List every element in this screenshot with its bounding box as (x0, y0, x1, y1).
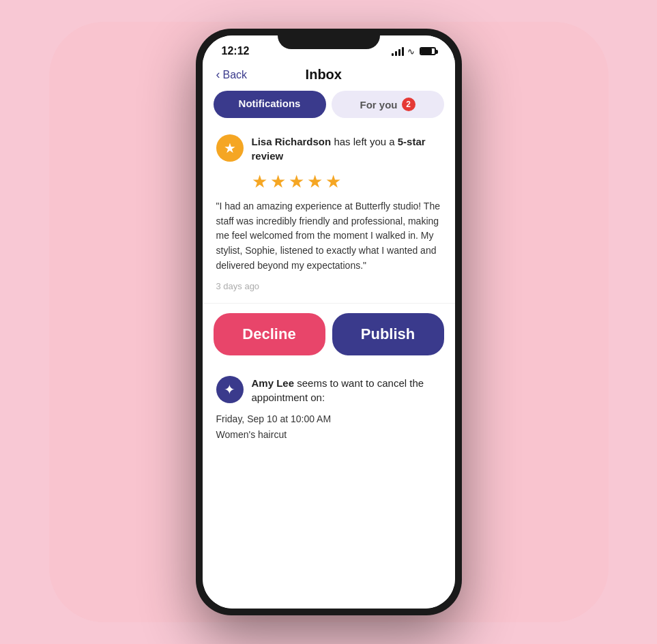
back-button[interactable]: ‹ Back (216, 68, 248, 82)
notif-title: Amy Lee seems to want to cancel the appo… (252, 376, 441, 405)
tab-notifications[interactable]: Notifications (214, 91, 326, 118)
star-circle-icon: ★ (224, 140, 236, 156)
screen-content: ★ Lisa Richardson has left you a 5-star … (203, 123, 455, 609)
review-header: ★ Lisa Richardson has left you a 5-star … (216, 134, 441, 163)
status-time: 12:12 (222, 45, 250, 57)
notification-card: ✦ Amy Lee seems to want to cancel the ap… (203, 365, 455, 453)
review-title: Lisa Richardson has left you a 5-star re… (252, 134, 441, 163)
notif-detail-line1: Friday, Sep 10 at 10:00 AM (216, 411, 441, 426)
action-buttons: Decline Publish (203, 304, 455, 365)
decline-button[interactable]: Decline (214, 313, 325, 355)
stars-row: ★ ★ ★ ★ ★ (216, 171, 441, 192)
reviewer-avatar: ★ (216, 134, 244, 162)
reviewer-name: Lisa Richardson (252, 136, 332, 147)
battery-icon (420, 47, 436, 55)
publish-button[interactable]: Publish (332, 313, 444, 355)
star-5: ★ (325, 171, 341, 192)
star-3: ★ (289, 171, 304, 192)
review-title-plain: has left you a (334, 136, 397, 147)
notif-header: ✦ Amy Lee seems to want to cancel the ap… (216, 376, 441, 405)
phone-screen: 12:12 ∿ ‹ Ba (203, 35, 455, 609)
nav-bar: ‹ Back Inbox (203, 61, 455, 85)
back-label: Back (223, 69, 248, 81)
tab-for-you[interactable]: For you 2 (332, 91, 444, 118)
notif-detail-line2: Women's haircut (216, 427, 441, 442)
background: 12:12 ∿ ‹ Ba (49, 22, 609, 622)
phone-frame: 12:12 ∿ ‹ Ba (196, 29, 462, 615)
status-icons: ∿ (392, 46, 436, 57)
review-time: 3 days ago (216, 281, 260, 291)
star-1: ★ (252, 171, 267, 192)
tab-badge: 2 (402, 98, 415, 111)
sparkle-icon: ✦ (224, 381, 235, 398)
wifi-icon: ∿ (407, 46, 415, 57)
page-title: Inbox (306, 67, 342, 83)
review-text: "I had an amazing experience at Butterfl… (216, 199, 441, 273)
star-2: ★ (270, 171, 286, 192)
star-4: ★ (307, 171, 323, 192)
notif-avatar: ✦ (216, 376, 244, 403)
phone-notch (278, 29, 380, 49)
tab-bar: Notifications For you 2 (203, 85, 455, 123)
notif-author: Amy Lee (252, 377, 295, 389)
signal-icon (392, 46, 404, 56)
review-card: ★ Lisa Richardson has left you a 5-star … (203, 123, 455, 304)
notif-details: Friday, Sep 10 at 10:00 AM Women's hairc… (216, 411, 441, 442)
chevron-left-icon: ‹ (216, 68, 220, 82)
